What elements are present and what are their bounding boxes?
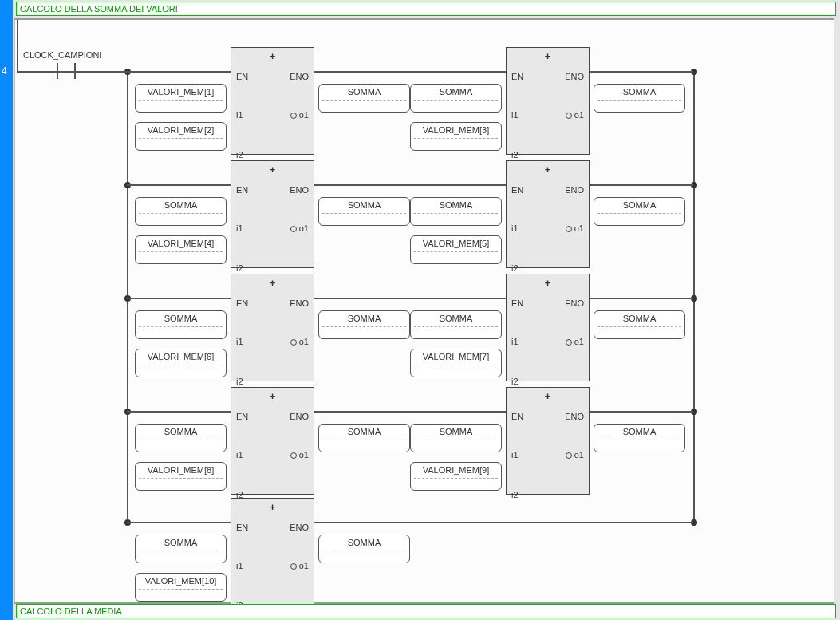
pin-i1: i1: [236, 223, 243, 233]
pin-eno: ENO: [290, 185, 309, 195]
var-text: SOMMA: [164, 314, 198, 323]
pin-i2: i2: [511, 490, 519, 500]
network-comment-bottom[interactable]: CALCOLO DELLA MEDIA: [16, 604, 836, 618]
var-text: VALORI_MEM[8]: [148, 465, 215, 475]
var-box[interactable]: SOMMA: [410, 424, 502, 452]
network-comment-top[interactable]: CALCOLO DELLA SOMMA DEI VALORI: [16, 2, 836, 16]
add-block[interactable]: + EN ENO i1 i2 o1: [231, 387, 314, 495]
pin-i2: i2: [511, 263, 519, 273]
var-box[interactable]: SOMMA: [135, 535, 227, 563]
pin-i1: i1: [236, 561, 243, 571]
op-label: +: [507, 164, 589, 176]
pin-i1: i1: [236, 110, 243, 120]
var-box[interactable]: SOMMA: [410, 310, 502, 339]
add-block[interactable]: + EN ENO i1 i2 o1: [506, 387, 590, 495]
var-box[interactable]: SOMMA: [318, 535, 410, 563]
pin-eno: ENO: [565, 412, 584, 421]
var-text: SOMMA: [440, 87, 473, 97]
add-block[interactable]: + EN ENO i1 i2 o1: [231, 274, 314, 381]
pin-en: EN: [511, 185, 523, 195]
op-label: +: [231, 164, 314, 176]
var-text: SOMMA: [348, 200, 381, 210]
var-box[interactable]: SOMMA: [135, 424, 227, 452]
add-block[interactable]: + EN ENO i1 i2 o1: [506, 47, 590, 155]
pin-i2: i2: [511, 377, 519, 386]
wire: [127, 184, 231, 186]
var-box[interactable]: VALORI_MEM[7]: [410, 349, 502, 377]
pin-eno: ENO: [290, 412, 309, 421]
var-box[interactable]: SOMMA: [410, 84, 502, 113]
pin-o1: o1: [290, 337, 309, 346]
op-label: +: [231, 390, 314, 402]
var-box[interactable]: SOMMA: [318, 197, 410, 226]
var-text: SOMMA: [348, 538, 381, 547]
var-text: SOMMA: [440, 200, 473, 210]
add-block[interactable]: + EN ENO i1 i2 o1: [231, 498, 314, 606]
wire: [314, 298, 506, 299]
var-box[interactable]: SOMMA: [135, 310, 227, 339]
var-box[interactable]: SOMMA: [318, 310, 410, 339]
var-text: SOMMA: [623, 87, 657, 97]
var-box[interactable]: VALORI_MEM[10]: [135, 573, 227, 602]
pin-i1: i1: [511, 110, 519, 120]
var-text: SOMMA: [164, 538, 198, 547]
var-text: VALORI_MEM[1]: [148, 87, 215, 97]
network-canvas[interactable]: CLOCK_CAMPIONI + EN ENO i1 i2 o1 VALORI_…: [14, 18, 834, 604]
var-box[interactable]: VALORI_MEM[8]: [135, 462, 227, 491]
var-box[interactable]: VALORI_MEM[4]: [135, 235, 227, 264]
wire: [314, 522, 693, 523]
wire: [314, 411, 506, 413]
add-block[interactable]: + EN ENO i1 i2 o1: [231, 47, 314, 155]
var-box[interactable]: VALORI_MEM[1]: [135, 84, 227, 113]
var-box[interactable]: SOMMA: [135, 197, 227, 226]
var-text: VALORI_MEM[2]: [148, 125, 215, 135]
pin-i1: i1: [511, 223, 519, 233]
left-rail: [17, 20, 18, 71]
wire: [590, 411, 693, 413]
var-box[interactable]: VALORI_MEM[9]: [410, 462, 502, 491]
pin-o1: o1: [566, 110, 584, 120]
var-text: SOMMA: [440, 314, 473, 323]
wire: [127, 411, 231, 413]
pin-eno: ENO: [565, 72, 584, 81]
var-text: SOMMA: [623, 200, 657, 210]
pin-i2: i2: [236, 150, 243, 160]
pin-eno: ENO: [290, 298, 309, 308]
var-box[interactable]: SOMMA: [318, 84, 410, 113]
var-box[interactable]: VALORI_MEM[5]: [410, 235, 502, 264]
pin-i2: i2: [511, 150, 519, 160]
ladder-editor: 4 CALCOLO DELLA SOMMA DEI VALORI CLOCK_C…: [0, 0, 840, 620]
var-box[interactable]: SOMMA: [594, 310, 685, 339]
pin-i1: i1: [511, 450, 519, 460]
var-box[interactable]: SOMMA: [594, 424, 685, 452]
pin-eno: ENO: [565, 185, 584, 195]
comment-text: CALCOLO DELLA SOMMA DEI VALORI: [20, 4, 178, 14]
pin-eno: ENO: [290, 523, 309, 532]
pin-i1: i1: [511, 337, 519, 346]
add-block[interactable]: + EN ENO i1 i2 o1: [231, 160, 314, 268]
var-box[interactable]: VALORI_MEM[2]: [135, 122, 227, 151]
var-box[interactable]: VALORI_MEM[6]: [135, 349, 227, 377]
var-box[interactable]: SOMMA: [594, 84, 685, 113]
wire: [590, 298, 693, 299]
add-block[interactable]: + EN ENO i1 i2 o1: [506, 160, 590, 268]
var-box[interactable]: SOMMA: [318, 424, 410, 452]
pin-en: EN: [236, 523, 248, 532]
var-text: VALORI_MEM[7]: [423, 352, 490, 361]
add-block[interactable]: + EN ENO i1 i2 o1: [506, 274, 590, 381]
pin-o1: o1: [566, 450, 584, 460]
var-text: SOMMA: [440, 427, 473, 436]
wire: [127, 71, 231, 73]
op-label: +: [507, 390, 589, 402]
pin-o1: o1: [290, 561, 309, 571]
pin-eno: ENO: [290, 72, 309, 81]
var-box[interactable]: VALORI_MEM[3]: [410, 122, 502, 151]
var-box[interactable]: SOMMA: [410, 197, 502, 226]
pin-en: EN: [236, 185, 248, 195]
var-text: SOMMA: [623, 427, 657, 436]
pin-i2: i2: [236, 263, 243, 273]
pin-en: EN: [511, 72, 523, 81]
op-label: +: [231, 501, 314, 513]
var-box[interactable]: SOMMA: [594, 197, 685, 226]
var-text: SOMMA: [348, 87, 381, 97]
